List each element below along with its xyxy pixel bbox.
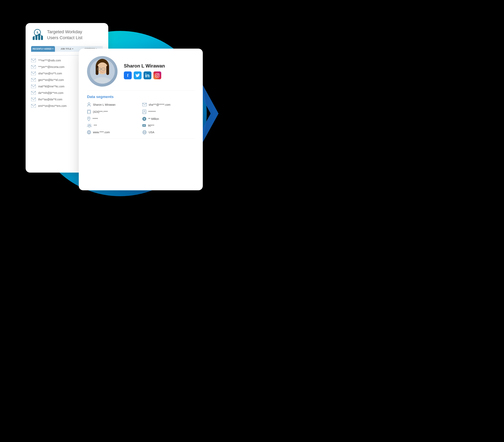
svg-text:$: $ bbox=[37, 31, 38, 34]
filter-job-title[interactable]: JOB TITLE ▾ bbox=[55, 46, 79, 52]
svg-point-41 bbox=[88, 118, 89, 119]
svg-point-40 bbox=[144, 111, 145, 112]
data-row-revenue: $ ** Million bbox=[142, 117, 195, 121]
data-row-phone: (424)***-**** bbox=[87, 110, 139, 114]
group-icon bbox=[87, 124, 92, 127]
back-card-header: $ Targeted Workday Users Contact List bbox=[31, 29, 103, 41]
svg-rect-37 bbox=[88, 111, 90, 113]
svg-rect-23 bbox=[106, 66, 109, 75]
email-icon bbox=[31, 85, 36, 88]
data-segments-title: Data segments bbox=[87, 95, 195, 99]
data-row-location: ***** bbox=[87, 117, 139, 121]
svg-point-42 bbox=[88, 124, 89, 126]
svg-rect-5 bbox=[36, 35, 37, 40]
web-icon bbox=[87, 130, 91, 134]
svg-rect-28 bbox=[145, 75, 146, 77]
email-icon bbox=[31, 91, 36, 95]
data-row-zip: ZIP 90*** bbox=[142, 124, 195, 127]
bottom-divider bbox=[87, 138, 195, 139]
filter-recently-added[interactable]: RECENTLY ADDED ▾ bbox=[31, 46, 55, 52]
location-icon bbox=[87, 117, 90, 121]
email-icon bbox=[142, 103, 147, 106]
svg-point-31 bbox=[157, 75, 158, 76]
logo-icon: $ bbox=[31, 29, 44, 41]
svg-point-33 bbox=[88, 103, 90, 105]
svg-rect-30 bbox=[156, 74, 159, 77]
svg-point-11 bbox=[41, 35, 42, 36]
data-row-name: Sharon L Wirawan bbox=[87, 103, 139, 107]
email-icon bbox=[31, 65, 36, 69]
data-row-id: ******* bbox=[142, 110, 195, 114]
linkedin-icon[interactable] bbox=[144, 71, 151, 79]
contact-detail-card: Sharon L Wirawan f bbox=[79, 49, 203, 190]
back-card-title: Targeted Workday Users Contact List bbox=[47, 29, 83, 40]
facebook-icon[interactable]: f bbox=[124, 71, 132, 79]
svg-point-10 bbox=[38, 34, 40, 35]
instagram-icon[interactable] bbox=[153, 71, 161, 79]
data-row-country: USA bbox=[142, 130, 195, 134]
person-icon bbox=[87, 103, 91, 107]
avatar-image bbox=[90, 59, 114, 84]
zip-badge: ZIP bbox=[142, 124, 146, 127]
email-icon bbox=[31, 72, 36, 75]
data-row-employees: *** bbox=[87, 124, 139, 127]
data-row-website: www.****.com bbox=[87, 130, 139, 134]
dollar-icon: $ bbox=[142, 117, 146, 121]
svg-point-32 bbox=[158, 74, 159, 74]
profile-section: Sharon L Wirawan f bbox=[87, 56, 195, 91]
data-grid: Sharon L Wirawan sha***@*****.com (424)*… bbox=[87, 103, 195, 134]
profile-name: Sharon L Wirawan bbox=[124, 63, 165, 69]
social-icons: f bbox=[124, 71, 165, 79]
globe-icon bbox=[142, 130, 147, 134]
email-icon bbox=[31, 78, 36, 82]
email-icon bbox=[31, 59, 36, 62]
avatar bbox=[87, 56, 118, 87]
data-row-email: sha***@*****.com bbox=[142, 103, 195, 107]
id-icon bbox=[142, 110, 146, 114]
phone-icon bbox=[87, 110, 91, 114]
svg-point-38 bbox=[89, 113, 89, 114]
svg-point-29 bbox=[145, 73, 146, 74]
profile-info: Sharon L Wirawan f bbox=[124, 63, 165, 79]
svg-point-24 bbox=[93, 77, 112, 84]
email-icon bbox=[31, 98, 36, 101]
svg-point-21 bbox=[97, 62, 108, 74]
svg-point-8 bbox=[33, 36, 34, 37]
svg-point-9 bbox=[36, 35, 37, 36]
svg-rect-6 bbox=[38, 34, 40, 40]
twitter-icon[interactable] bbox=[134, 71, 142, 79]
email-icon bbox=[31, 104, 36, 108]
